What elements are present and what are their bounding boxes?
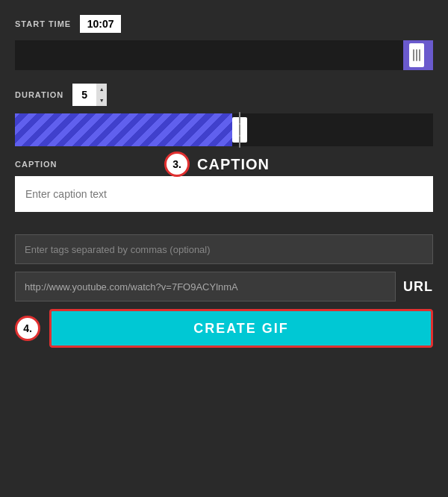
- annotation-bubble-4: 4.: [15, 316, 40, 341]
- annotation-bubble-3: 3.: [164, 151, 190, 177]
- start-time-label-row: START TIME: [15, 15, 433, 33]
- start-time-label: START TIME: [15, 19, 71, 28]
- url-row: URL: [15, 272, 433, 301]
- duration-value: 5: [72, 84, 96, 106]
- duration-section: DURATION 5 ▲ ▼: [15, 84, 433, 146]
- start-time-slider-track[interactable]: [15, 40, 433, 70]
- caption-label-row: CAPTION 3. CAPTION: [15, 160, 433, 169]
- grip-line: [419, 49, 420, 61]
- duration-label-row: DURATION 5 ▲ ▼: [15, 84, 433, 106]
- start-time-slider-wrapper: 1. START TIME: [15, 40, 433, 70]
- grip-line: [239, 112, 240, 124]
- start-time-input[interactable]: [80, 15, 121, 33]
- url-input[interactable]: [15, 272, 396, 301]
- main-container: START TIME 1. START TIME: [0, 0, 448, 227]
- url-label: URL: [403, 279, 433, 295]
- duration-down-arrow[interactable]: ▼: [96, 95, 107, 106]
- create-gif-button[interactable]: CREATE GIF: [49, 309, 433, 348]
- caption-annotation: 3. CAPTION: [164, 151, 270, 177]
- grip-line: [239, 124, 240, 136]
- bottom-section: URL 4. CREATE GIF: [0, 234, 448, 363]
- duration-bar-container[interactable]: [15, 113, 433, 146]
- caption-label: CAPTION: [15, 160, 57, 169]
- start-time-slider-thumb[interactable]: [409, 43, 424, 67]
- create-gif-row: 4. CREATE GIF: [15, 309, 433, 348]
- duration-thumb[interactable]: [232, 117, 247, 143]
- duration-bar-wrapper: 2. DURATION: [15, 113, 433, 146]
- annotation-label-3: CAPTION: [197, 156, 270, 173]
- duration-up-arrow[interactable]: ▲: [96, 84, 107, 95]
- grip-line: [239, 136, 240, 148]
- grip-lines-icon: [413, 49, 420, 61]
- caption-section: CAPTION 3. CAPTION: [15, 160, 433, 212]
- duration-label: DURATION: [15, 90, 63, 99]
- duration-spinner[interactable]: 5 ▲ ▼: [72, 84, 107, 106]
- grip-line: [416, 49, 417, 61]
- caption-input[interactable]: [15, 176, 433, 212]
- grip-line: [413, 49, 414, 61]
- duration-striped-bar: [15, 113, 232, 146]
- duration-grip-lines-icon: [239, 112, 240, 148]
- start-time-section: START TIME 1. START TIME: [15, 15, 433, 70]
- duration-arrows: ▲ ▼: [96, 84, 107, 106]
- tags-input[interactable]: [15, 234, 433, 264]
